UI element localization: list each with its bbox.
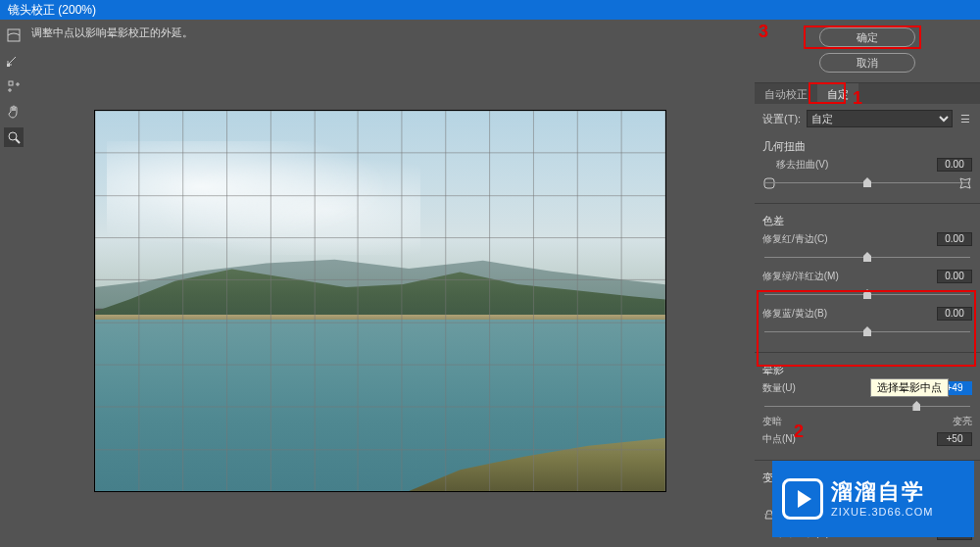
red-cyan-slider[interactable]	[764, 250, 970, 264]
vignette-light-label: 变亮	[953, 415, 972, 428]
tab-bar: 自动校正 自定	[755, 82, 980, 104]
annotation-1: 1	[853, 88, 862, 109]
red-cyan-value[interactable]: 0.00	[937, 232, 972, 246]
photo-content	[95, 111, 665, 491]
geo-title: 几何扭曲	[762, 139, 972, 154]
straighten-tool-icon[interactable]	[4, 51, 24, 71]
barrel-icon	[762, 176, 776, 190]
watermark-url: ZIXUE.3D66.COM	[831, 506, 933, 519]
settings-select[interactable]: 自定	[807, 110, 953, 127]
green-mag-label: 修复绿/洋红边(M)	[762, 270, 839, 283]
annotation-2: 2	[794, 422, 804, 442]
section-vignette: 晕影 数量(U) +49 变暗 变亮 中点(N) +50 2	[755, 357, 980, 456]
ok-button[interactable]: 确定	[819, 27, 915, 47]
vignette-amount-slider[interactable]	[764, 399, 970, 413]
image-preview[interactable]	[94, 110, 666, 492]
vignette-dark-label: 变暗	[762, 415, 782, 428]
blue-yel-label: 修复蓝/黄边(B)	[762, 307, 831, 321]
hand-tool-icon[interactable]	[4, 102, 24, 122]
annotation-3: 3	[759, 22, 768, 42]
move-grid-tool-icon[interactable]	[4, 76, 24, 96]
watermark-title: 溜溜自学	[831, 479, 933, 505]
remove-distortion-label: 移去扭曲(V)	[762, 158, 831, 172]
section-geometric: 几何扭曲 移去扭曲(V) 0.00	[755, 133, 980, 199]
vignette-amount-label: 数量(U)	[762, 381, 831, 395]
watermark: 溜溜自学 ZIXUE.3D66.COM	[772, 461, 974, 537]
pincushion-icon	[958, 176, 972, 190]
blue-yel-slider[interactable]	[764, 324, 970, 338]
remove-distortion-value[interactable]: 0.00	[937, 158, 972, 172]
tooltip-midpoint: 选择晕影中点	[870, 378, 949, 397]
remove-distortion-slider[interactable]	[764, 175, 970, 189]
play-icon	[782, 478, 823, 520]
settings-label: 设置(T):	[762, 112, 801, 126]
green-mag-slider[interactable]	[764, 287, 970, 301]
vignette-title: 晕影	[762, 363, 972, 377]
settings-row: 设置(T): 自定 ☰	[755, 104, 980, 133]
chroma-title: 色差	[762, 214, 972, 228]
section-chroma: 色差 修复红/青边(C) 0.00 修复绿/洋红边(M) 0.00 修复蓝/黄边…	[755, 208, 980, 348]
red-cyan-label: 修复红/青边(C)	[762, 232, 831, 246]
cancel-button[interactable]: 取消	[819, 53, 915, 73]
tab-auto[interactable]: 自动校正	[755, 83, 817, 104]
svg-rect-2	[9, 81, 13, 85]
left-toolbar	[0, 20, 27, 547]
hint-text: 调整中点以影响晕影校正的外延。	[27, 20, 755, 44]
green-mag-value[interactable]: 0.00	[937, 270, 972, 283]
svg-point-3	[9, 132, 17, 140]
svg-rect-29	[764, 178, 774, 188]
vignette-midpoint-value[interactable]: +50	[937, 432, 972, 446]
blue-yel-value[interactable]: 0.00	[937, 307, 972, 321]
window-title: 镜头校正 (200%)	[0, 0, 980, 20]
svg-rect-0	[8, 29, 20, 41]
svg-rect-1	[7, 64, 10, 67]
canvas-area: 调整中点以影响晕影校正的外延。	[27, 20, 755, 547]
settings-menu-icon[interactable]: ☰	[958, 113, 972, 125]
zoom-tool-icon[interactable]	[4, 127, 24, 147]
svg-line-4	[16, 139, 20, 143]
distortion-tool-icon[interactable]	[4, 25, 24, 45]
